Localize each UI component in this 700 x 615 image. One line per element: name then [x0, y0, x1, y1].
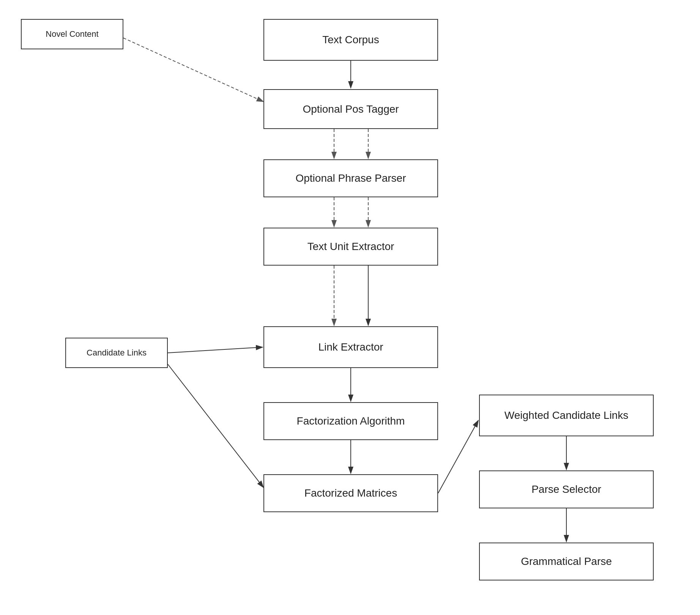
diagram: Novel Content Text Corpus Optional Pos T… — [0, 0, 700, 615]
arrow-candidate-to-matrices — [168, 364, 263, 488]
link-extractor-box: Link Extractor — [263, 326, 438, 368]
weighted-candidate-links-box: Weighted Candidate Links — [479, 395, 654, 436]
candidate-links-label: Candidate Links — [87, 348, 147, 358]
text-corpus-box: Text Corpus — [263, 19, 438, 61]
optional-pos-tagger-label: Optional Pos Tagger — [303, 103, 399, 115]
grammatical-parse-label: Grammatical Parse — [521, 555, 612, 568]
candidate-links-box: Candidate Links — [65, 338, 168, 368]
optional-pos-tagger-box: Optional Pos Tagger — [263, 89, 438, 129]
factorization-algorithm-box: Factorization Algorithm — [263, 402, 438, 440]
link-extractor-label: Link Extractor — [318, 341, 383, 353]
parse-selector-label: Parse Selector — [531, 483, 601, 495]
weighted-candidate-links-label: Weighted Candidate Links — [505, 409, 628, 422]
factorization-algorithm-label: Factorization Algorithm — [297, 415, 405, 427]
novel-content-label: Novel Content — [46, 29, 98, 39]
text-corpus-label: Text Corpus — [322, 34, 379, 46]
arrow-novel-to-pos — [123, 38, 263, 102]
optional-phrase-parser-label: Optional Phrase Parser — [295, 172, 406, 184]
factorized-matrices-box: Factorized Matrices — [263, 474, 438, 512]
text-unit-extractor-box: Text Unit Extractor — [263, 228, 438, 266]
factorized-matrices-label: Factorized Matrices — [304, 487, 397, 499]
grammatical-parse-box: Grammatical Parse — [479, 543, 654, 580]
arrow-matrices-to-weighted — [438, 420, 478, 493]
parse-selector-box: Parse Selector — [479, 470, 654, 508]
novel-content-box: Novel Content — [21, 19, 123, 49]
text-unit-extractor-label: Text Unit Extractor — [307, 241, 394, 253]
optional-phrase-parser-box: Optional Phrase Parser — [263, 159, 438, 197]
arrow-candidate-to-link — [168, 347, 263, 353]
